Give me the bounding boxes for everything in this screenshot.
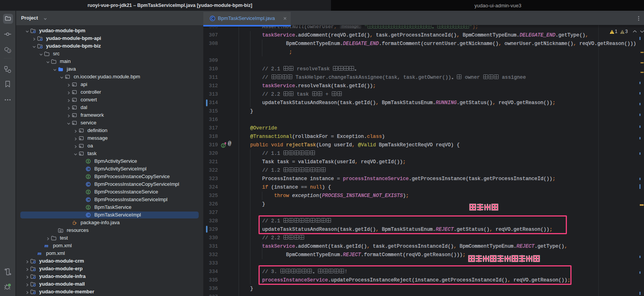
svg-text:m: m xyxy=(38,250,41,256)
svg-text:m: m xyxy=(44,243,48,248)
